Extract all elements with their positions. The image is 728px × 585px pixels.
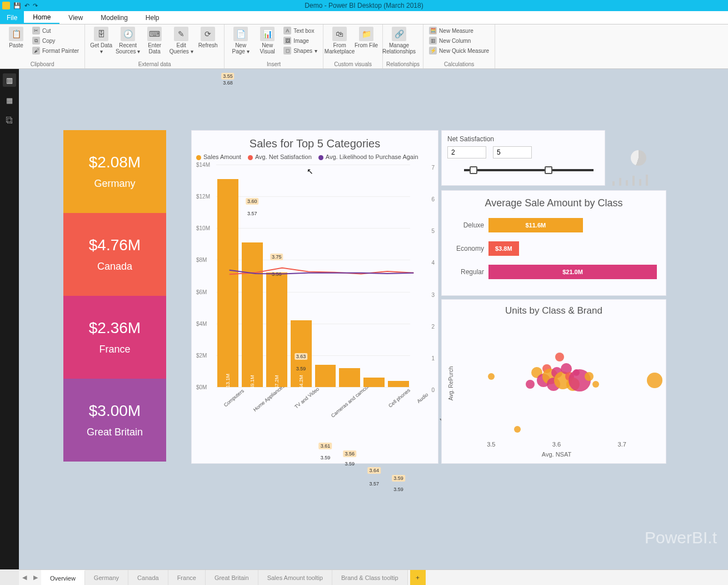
scatter-point[interactable] — [488, 373, 495, 380]
chart-bar[interactable]: 3.593.59 — [388, 381, 409, 387]
byclass-name: Regular — [451, 268, 484, 276]
redo-icon[interactable]: ↷ — [33, 2, 38, 9]
shapes-button[interactable]: ◻Shapes ▾ — [281, 46, 320, 56]
main-chart-visual[interactable]: Sales for Top 5 Categories Sales Amount … — [191, 130, 438, 464]
chart-bar[interactable]: 3.643.57 — [363, 378, 385, 387]
tab-file[interactable]: File — [0, 11, 24, 24]
ribbon-tabs: File Home View Modeling Help — [0, 11, 728, 24]
page-tab[interactable]: Canada — [128, 570, 168, 585]
chart-bar[interactable]: $9.1M3.603.57 — [242, 242, 263, 387]
undo-icon[interactable]: ↶ — [24, 2, 29, 9]
slicer-min-input[interactable] — [447, 146, 486, 158]
slicer-knob-min[interactable] — [470, 166, 477, 174]
kpi-card[interactable]: $2.36MFrance — [63, 296, 166, 379]
kpi-label: France — [99, 344, 130, 355]
page-nav-prev[interactable]: ◀ — [19, 570, 30, 585]
scatter-point[interactable] — [555, 353, 564, 361]
relationships-icon: 🔗 — [392, 27, 406, 41]
scatter-point[interactable] — [585, 372, 594, 381]
kpi-card[interactable]: $4.76MCanada — [63, 213, 166, 296]
tab-help[interactable]: Help — [137, 11, 168, 24]
textbox-button[interactable]: AText box — [281, 26, 320, 36]
textbox-icon: A — [283, 27, 291, 34]
page-tab[interactable]: Germany — [85, 570, 128, 585]
format-painter-button[interactable]: 🖌Format Painter — [30, 46, 81, 56]
kpi-label: Great Britain — [87, 427, 143, 438]
edit-queries-button[interactable]: ✎Edit Queries ▾ — [168, 26, 194, 54]
new-column-button[interactable]: ▥New Column — [427, 36, 491, 46]
avg-sale-by-class-visual[interactable]: Average Sale Amount by Class Deluxe $11.… — [441, 190, 666, 296]
visual-icon: 📊 — [260, 27, 275, 41]
page-tab[interactable]: Great Britain — [206, 570, 258, 585]
scatter-point[interactable] — [526, 380, 535, 389]
chart-bar[interactable]: $7.2M3.753.56 — [266, 272, 287, 387]
file-icon: 📁 — [359, 27, 373, 41]
tab-home[interactable]: Home — [24, 11, 59, 24]
chart-bar[interactable]: 3.563.59 — [339, 368, 360, 387]
kpi-cards[interactable]: $2.08MGermany$4.76MCanada$2.36MFrance$3.… — [63, 130, 166, 462]
units-by-class-brand-visual[interactable]: Units by Class & Brand Avg. RePurch Avg.… — [441, 299, 666, 464]
byclass-row[interactable]: Deluxe $11.6M — [451, 218, 657, 232]
ribbon: 📋Paste ✂Cut ⧉Copy 🖌Format Painter Clipbo… — [0, 24, 728, 69]
watermark: PowerBI.t — [645, 528, 717, 547]
page-tab[interactable]: France — [168, 570, 206, 585]
report-view-icon[interactable]: ▥ — [3, 73, 16, 87]
chart-plot-area: $0M$2M$4M$6M$8M$10M$12M$14M01234567$13.1… — [216, 165, 427, 387]
kpi-card[interactable]: $2.08MGermany — [63, 130, 166, 213]
chart-legend: Sales Amount Avg. Net Satisfaction Avg. … — [192, 153, 438, 160]
tab-modeling[interactable]: Modeling — [92, 11, 137, 24]
scatter-ylabel: Avg. RePurch — [448, 366, 454, 401]
scatter-point[interactable] — [514, 426, 521, 433]
byclass-name: Deluxe — [451, 221, 484, 229]
save-icon[interactable]: 💾 — [13, 2, 21, 9]
scatter-xlabel: Avg. NSAT — [542, 451, 571, 458]
chart-bar[interactable]: 3.613.59 — [315, 365, 336, 387]
new-measure-button[interactable]: 🧮New Measure — [427, 26, 491, 36]
report-canvas[interactable]: ↖ PowerBI.t $2.08MGermany$4.76MCanada$2.… — [19, 69, 728, 569]
page-tab[interactable]: Overview — [41, 570, 85, 585]
slicer-knob-max[interactable] — [545, 166, 552, 174]
refresh-icon: ⟳ — [201, 27, 215, 41]
group-label-relationships: Relationships — [386, 60, 420, 67]
net-satisfaction-slicer[interactable]: Net Satisfaction — [441, 130, 605, 186]
scatter-point[interactable] — [592, 381, 599, 388]
placeholder-visual[interactable] — [611, 130, 666, 186]
new-visual-button[interactable]: 📊New Visual — [255, 26, 280, 54]
page-nav-next[interactable]: ▶ — [30, 570, 41, 585]
window-title: Demo - Power BI Desktop (March 2018) — [305, 2, 423, 9]
paste-button[interactable]: 📋Paste — [3, 26, 29, 48]
new-quick-measure-button[interactable]: ⚡New Quick Measure — [427, 46, 491, 56]
refresh-button[interactable]: ⟳Refresh — [195, 26, 221, 48]
model-view-icon[interactable]: ⿻ — [3, 113, 16, 127]
group-label-calculations: Calculations — [427, 60, 491, 67]
page-tab[interactable]: Sales Amount tooltip — [258, 570, 332, 585]
byclass-bar: $11.6M — [488, 218, 583, 232]
page-tabs: ◀ ▶ OverviewGermanyCanadaFranceGreat Bri… — [19, 569, 728, 585]
scatter-point[interactable] — [647, 373, 662, 388]
from-marketplace-button[interactable]: 🛍From Marketplace — [327, 26, 352, 54]
byclass-row[interactable]: Regular $21.0M — [451, 265, 657, 279]
group-label-clipboard: Clipboard — [3, 60, 81, 67]
kpi-value: $4.76M — [89, 236, 141, 254]
image-icon: 🖼 — [283, 37, 291, 44]
kpi-card[interactable]: $3.00MGreat Britain — [63, 379, 166, 462]
image-button[interactable]: 🖼Image — [281, 36, 320, 46]
slicer-max-input[interactable] — [493, 146, 532, 158]
add-page-button[interactable]: ＋ — [410, 570, 426, 585]
get-data-button[interactable]: 🗄Get Data ▾ — [88, 26, 114, 54]
recent-sources-button[interactable]: 🕘Recent Sources ▾ — [115, 26, 141, 54]
enter-data-button[interactable]: ⌨Enter Data — [142, 26, 167, 54]
new-page-button[interactable]: 📄New Page ▾ — [228, 26, 253, 54]
chart-bar[interactable]: $13.1M3.553.68 — [217, 179, 238, 387]
marketplace-icon: 🛍 — [332, 27, 347, 41]
byclass-row[interactable]: Economy $3.8M — [451, 241, 657, 256]
chart-bar[interactable]: $4.2M3.633.59 — [291, 320, 312, 387]
data-view-icon[interactable]: ▦ — [3, 93, 16, 107]
copy-button[interactable]: ⧉Copy — [30, 36, 81, 46]
tab-view[interactable]: View — [59, 11, 92, 24]
slicer-track[interactable] — [447, 164, 599, 175]
page-tab[interactable]: Brand & Class tooltip — [332, 570, 408, 585]
manage-relationships-button[interactable]: 🔗Manage Relationships — [386, 26, 412, 54]
cut-button[interactable]: ✂Cut — [30, 26, 81, 36]
from-file-button[interactable]: 📁From File — [353, 26, 379, 48]
